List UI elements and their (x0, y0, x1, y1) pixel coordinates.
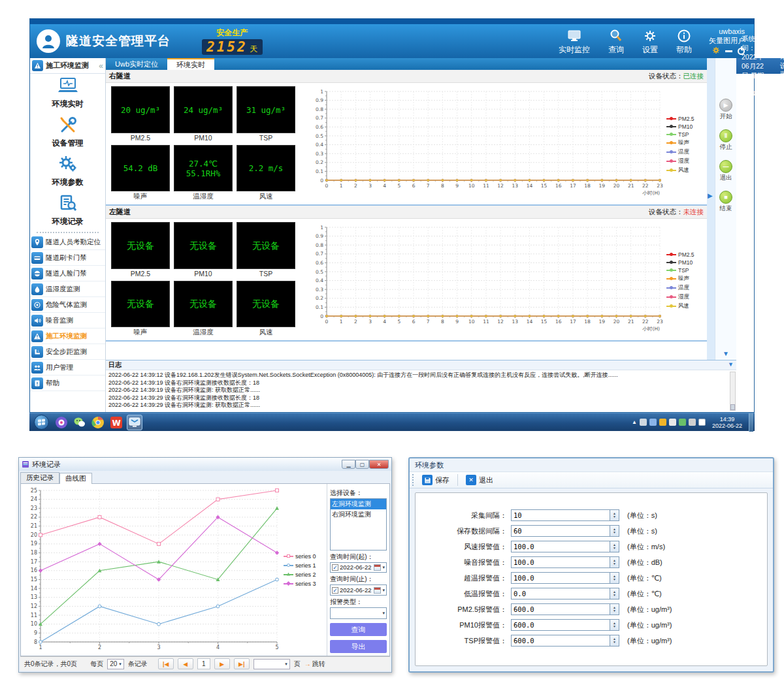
sidebar-item-temp-humidity[interactable]: 温湿度监测 (30, 281, 105, 297)
spinner-control[interactable]: ▲▼ (610, 635, 619, 647)
sidebar-item-construction-env[interactable]: 施工环境监测 (30, 328, 105, 344)
overtemp-alarm-input[interactable] (511, 572, 610, 584)
sidebar-item-noise-monitor[interactable]: 噪音监测 (30, 313, 105, 328)
dropdown-arrow-icon[interactable]: ▾ (382, 565, 385, 570)
exit-button[interactable]: — 退出 (719, 160, 732, 182)
spinner-control[interactable]: ▲▼ (610, 541, 619, 552)
device-option[interactable]: 左洞环境监测 (331, 499, 386, 509)
active-app-icon[interactable] (127, 415, 142, 430)
calendar-icon[interactable] (374, 587, 381, 594)
wind-alarm-input[interactable] (511, 541, 610, 552)
jump-button[interactable]: →跳转 (304, 660, 325, 669)
prev-page-button[interactable]: ◀ (178, 658, 193, 669)
pm25-alarm-input[interactable] (511, 603, 610, 615)
lowtemp-alarm-input[interactable] (511, 588, 610, 599)
export-button[interactable]: 导出 (330, 640, 387, 653)
per-page-select[interactable]: 20▾ (107, 659, 124, 669)
tsp-alarm-input[interactable] (511, 635, 610, 647)
spinner-control[interactable]: ▲▼ (610, 603, 619, 615)
user-settings-gear-icon[interactable] (712, 46, 720, 56)
calendar-icon[interactable] (374, 564, 381, 571)
spinner-control[interactable]: ▲▼ (610, 572, 619, 584)
save-button[interactable]: 保存 (418, 473, 453, 487)
save-interval-input[interactable] (511, 525, 610, 537)
device-option[interactable]: 右洞环境监测 (331, 509, 386, 520)
exit-button[interactable]: ✕ 退出 (462, 473, 497, 487)
pm10-alarm-input[interactable] (511, 619, 610, 631)
checkbox-icon[interactable]: ✓ (332, 564, 338, 571)
sidebar-item-env-realtime[interactable]: 环境实时 (30, 74, 105, 113)
records-titlebar[interactable]: 环境记录 ▁ ▢ ✕ (19, 458, 391, 471)
log-collapse-icon[interactable]: ▼ (728, 361, 734, 368)
taskbar-app-icon-1[interactable] (54, 415, 69, 430)
sidebar-item-env-params[interactable]: 环境参数 (30, 152, 105, 191)
spinner-control[interactable]: ▲▼ (610, 556, 619, 568)
tray-icon-update[interactable] (649, 419, 657, 426)
tray-icon-network[interactable] (689, 419, 696, 426)
query-button[interactable]: 查询 (330, 623, 387, 636)
tray-icon-safety[interactable] (679, 419, 686, 426)
panel-expander[interactable]: ▶ (707, 58, 715, 360)
checkbox-icon[interactable]: ✓ (332, 587, 338, 594)
show-desktop-button[interactable] (749, 413, 753, 432)
wechat-icon[interactable] (72, 415, 88, 430)
chrome-icon[interactable] (90, 415, 106, 430)
start-date-field[interactable]: ✓ 2022-06-22 ▾ (330, 562, 387, 573)
minimize-icon[interactable] (725, 50, 732, 52)
sidebar-item-env-records[interactable]: 环境记录 (30, 191, 105, 231)
noise-alarm-input[interactable] (511, 556, 610, 568)
chevron-down-icon[interactable]: ▼ (723, 350, 729, 357)
end-button[interactable]: ■ 结束 (719, 191, 732, 213)
svg-text:0.1: 0.1 (316, 168, 323, 174)
device-listbox[interactable]: 左洞环境监测 右洞环境监测 (330, 498, 387, 551)
end-date-field[interactable]: ✓ 2022-06-22 ▾ (330, 584, 387, 596)
maximize-button[interactable]: ▢ (355, 460, 369, 469)
menu-realtime-monitor[interactable]: 实时监控 (559, 27, 590, 56)
svg-text:1: 1 (39, 645, 42, 650)
sidebar-item-safety-step[interactable]: L 安全步距监测 (30, 344, 105, 360)
sidebar-item-help[interactable]: 帮助 (30, 375, 105, 391)
tray-icon-input[interactable] (698, 419, 706, 426)
jump-page-input[interactable]: ▾ (253, 659, 290, 669)
spinner-control[interactable]: ▲▼ (610, 619, 619, 631)
spinner-control[interactable]: ▲▼ (610, 525, 619, 537)
wps-icon[interactable]: W (108, 415, 124, 430)
sidebar-item-user-manage[interactable]: 用户管理 (30, 360, 105, 375)
last-page-button[interactable]: ▶| (234, 658, 250, 669)
spinner-control[interactable]: ▲▼ (610, 588, 619, 599)
tab-uwb-location[interactable]: Uwb实时定位 (106, 58, 167, 70)
tab-curve[interactable]: 曲线图 (59, 473, 92, 484)
close-button[interactable]: ✕ (369, 460, 389, 469)
next-page-button[interactable]: ▶ (214, 658, 230, 669)
tab-env-realtime[interactable]: 环境实时 (167, 58, 214, 70)
params-titlebar[interactable]: 环境参数 (410, 458, 773, 471)
power-icon[interactable] (738, 48, 745, 55)
menu-query[interactable]: 查询 (608, 27, 624, 56)
tray-icon-volume[interactable] (669, 419, 676, 426)
dropdown-arrow-icon[interactable]: ▾ (382, 588, 385, 593)
start-button[interactable]: ▶ 开始 (719, 99, 732, 121)
spinner-control[interactable]: ▲▼ (610, 509, 619, 521)
sidebar-item-personnel-location[interactable]: 隧道人员考勤定位 (30, 234, 105, 250)
tray-icon-warning[interactable] (659, 419, 666, 426)
tray-expand-icon[interactable]: ▲ (632, 419, 637, 425)
stop-button[interactable]: ‖ 停止 (719, 129, 732, 152)
sidebar-item-gas-monitor[interactable]: 危险气体监测 (30, 297, 105, 313)
collect-interval-input[interactable] (511, 509, 610, 521)
menu-settings[interactable]: 设置 (642, 27, 658, 56)
tray-icon-display[interactable] (640, 419, 647, 426)
sidebar-item-face-access[interactable]: 隧道人脸门禁 (30, 266, 105, 281)
log-scrollbar[interactable] (730, 372, 736, 411)
taskbar-clock[interactable]: 14:39 2022-06-22 (712, 416, 742, 429)
svg-text:15: 15 (541, 183, 547, 189)
alarm-type-dropdown[interactable]: ▾ (330, 607, 387, 619)
start-button[interactable] (34, 415, 49, 430)
tab-history[interactable]: 历史记录 (20, 472, 59, 483)
menu-help[interactable]: 帮助 (676, 27, 692, 56)
svg-text:4: 4 (216, 645, 220, 650)
first-page-button[interactable]: |◀ (158, 658, 174, 669)
sidebar-collapse-icon[interactable]: « (99, 61, 103, 71)
sidebar-item-device-manage[interactable]: 设备管理 (30, 113, 105, 152)
sidebar-item-card-access[interactable]: 隧道刷卡门禁 (30, 250, 105, 266)
minimize-button[interactable]: ▁ (342, 460, 355, 469)
